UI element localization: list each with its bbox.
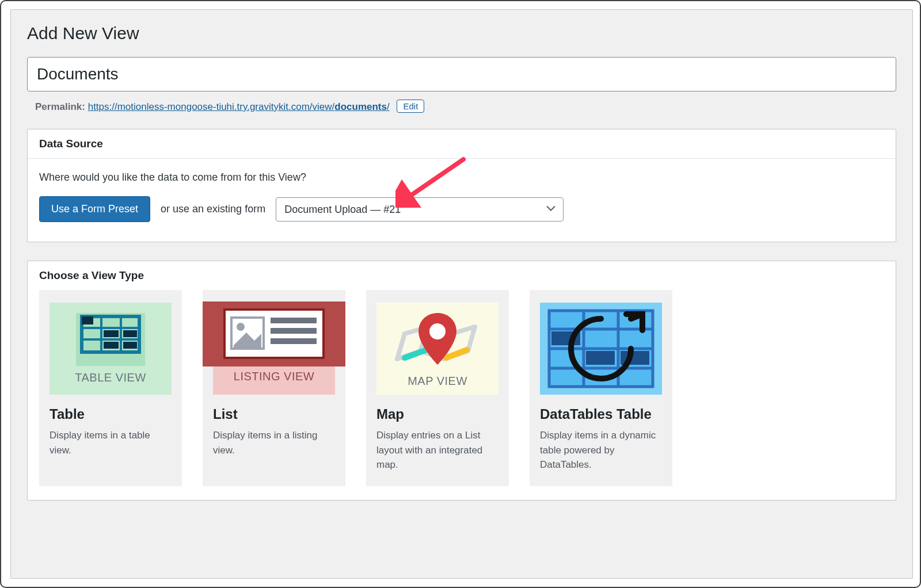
view-type-desc: Display items in a listing view. [213,428,335,457]
view-type-datatables[interactable]: DataTables Table Display items in a dyna… [530,290,672,486]
svg-point-13 [237,323,245,331]
data-source-controls: Use a Form Preset or use an existing for… [39,196,884,222]
view-type-grid: TABLE VIEW Table Display items in a tabl… [28,290,896,500]
table-view-caption: TABLE VIEW [50,371,172,384]
permalink-trailing: / [387,101,390,112]
view-type-panel: Choose a View Type [27,261,896,501]
view-type-desc: Display items in a dynamic table powered… [540,428,662,472]
svg-rect-9 [104,342,119,349]
view-type-title: Map [376,406,498,422]
listing-view-thumb: LISTING VIEW [213,303,335,395]
svg-rect-14 [271,318,317,323]
map-view-thumb: MAP VIEW [376,303,498,395]
edit-permalink-button[interactable]: Edit [397,100,424,113]
permalink-slug: documents [334,101,387,112]
table-view-thumb: TABLE VIEW [50,303,172,395]
data-source-header: Data Source [28,129,896,159]
datatables-thumb [540,303,662,395]
svg-rect-16 [271,338,317,344]
svg-rect-29 [586,351,615,365]
permalink-row: Permalink: https://motionless-mongoose-t… [35,100,896,113]
view-type-desc: Display entries on a List layout with an… [376,428,498,472]
view-type-desc: Display items in a table view. [50,428,172,457]
or-use-existing-text: or use an existing form [161,203,265,215]
permalink-label: Permalink: [35,101,85,112]
data-source-prompt: Where would you like the data to come fr… [39,171,884,184]
view-type-map[interactable]: MAP VIEW Map Display entries on a List l… [366,290,509,486]
permalink-link[interactable]: https://motionless-mongoose-tiuhi.try.gr… [88,101,390,112]
permalink-base: https://motionless-mongoose-tiuhi.try.gr… [88,101,335,112]
view-type-header: Choose a View Type [28,261,896,290]
map-view-caption: MAP VIEW [376,375,498,388]
existing-form-select[interactable]: Document Upload — #21 [276,197,564,222]
view-type-table[interactable]: TABLE VIEW Table Display items in a tabl… [39,290,182,486]
use-form-preset-button[interactable]: Use a Form Preset [39,196,150,222]
page-title: Add New View [27,24,896,43]
view-type-list[interactable]: LISTING VIEW List Display items in a lis… [203,290,345,486]
view-title-input[interactable] [27,57,896,91]
svg-point-19 [429,323,446,339]
view-type-title: Table [50,406,172,422]
page-body: Add New View Permalink: https://motionle… [10,9,913,579]
view-type-title: List [213,406,335,422]
svg-rect-8 [123,330,137,337]
data-source-body: Where would you like the data to come fr… [28,159,896,242]
svg-rect-2 [82,316,93,324]
app-frame: Add New View Permalink: https://motionle… [0,0,921,588]
listing-view-caption: LISTING VIEW [213,370,335,383]
svg-rect-7 [104,330,119,337]
svg-rect-10 [123,342,137,349]
svg-rect-15 [271,328,317,334]
data-source-panel: Data Source Where would you like the dat… [27,129,896,242]
view-type-title: DataTables Table [540,406,662,422]
